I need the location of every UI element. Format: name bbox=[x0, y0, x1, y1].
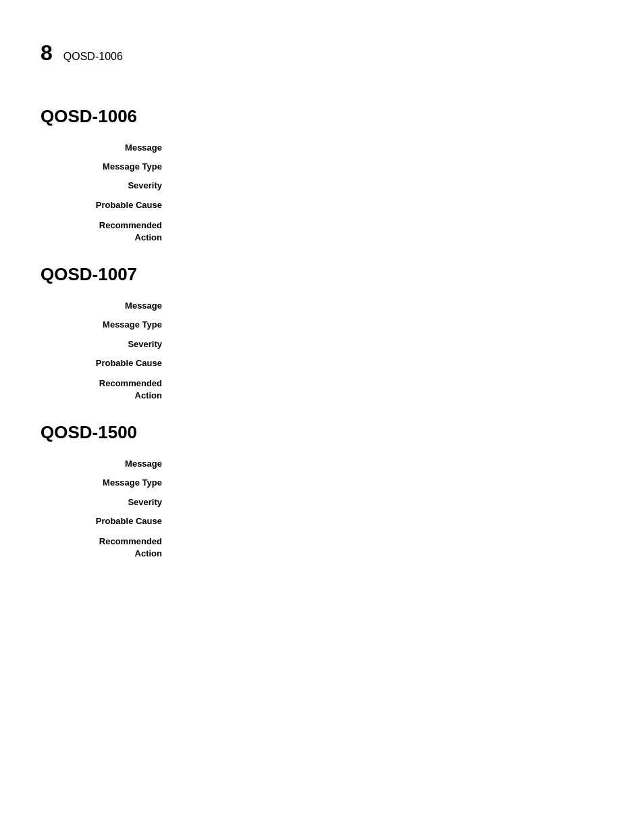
label-message-type-1006: Message Type bbox=[41, 159, 176, 173]
label-recommended-action-1006: Recommended Action bbox=[41, 218, 176, 244]
value-message-type-1007 bbox=[176, 317, 603, 331]
label-probable-cause-1007: Probable Cause bbox=[41, 356, 176, 369]
page-number: 8 bbox=[41, 41, 53, 66]
value-severity-1007 bbox=[176, 337, 603, 350]
field-row-severity-1500: Severity bbox=[41, 495, 603, 509]
field-row-message-1006: Message bbox=[41, 140, 603, 154]
field-row-recommended-action-1007: Recommended Action bbox=[41, 376, 603, 402]
label-message-type-1007: Message Type bbox=[41, 317, 176, 331]
field-row-message-type-1500: Message Type bbox=[41, 475, 603, 489]
entry-title-qosd-1006: QOSD-1006 bbox=[41, 106, 603, 127]
field-row-severity-1007: Severity bbox=[41, 337, 603, 350]
field-row-recommended-action-1006: Recommended Action bbox=[41, 218, 603, 244]
value-message-1006 bbox=[176, 140, 603, 154]
entry-qosd-1500: QOSD-1500 Message Message Type Severity … bbox=[41, 422, 603, 560]
label-probable-cause-1006: Probable Cause bbox=[41, 198, 176, 211]
field-row-severity-1006: Severity bbox=[41, 178, 603, 192]
field-row-probable-cause-1007: Probable Cause bbox=[41, 356, 603, 369]
main-content: QOSD-1006 Message Message Type Severity … bbox=[0, 86, 644, 594]
value-severity-1006 bbox=[176, 178, 603, 192]
value-probable-cause-1500 bbox=[176, 514, 603, 527]
value-severity-1500 bbox=[176, 495, 603, 509]
page-header: 8 QOSD-1006 bbox=[0, 27, 644, 86]
label-recommended-action-1500: Recommended Action bbox=[41, 534, 176, 560]
label-severity-1007: Severity bbox=[41, 337, 176, 350]
value-message-1007 bbox=[176, 298, 603, 312]
field-row-probable-cause-1006: Probable Cause bbox=[41, 198, 603, 211]
value-message-1500 bbox=[176, 457, 603, 470]
entry-qosd-1006: QOSD-1006 Message Message Type Severity … bbox=[41, 106, 603, 244]
label-message-type-1500: Message Type bbox=[41, 475, 176, 489]
label-severity-1006: Severity bbox=[41, 178, 176, 192]
entry-qosd-1007: QOSD-1007 Message Message Type Severity … bbox=[41, 264, 603, 402]
label-recommended-action-1007: Recommended Action bbox=[41, 376, 176, 402]
field-row-message-type-1007: Message Type bbox=[41, 317, 603, 331]
field-row-probable-cause-1500: Probable Cause bbox=[41, 514, 603, 527]
entry-title-qosd-1007: QOSD-1007 bbox=[41, 264, 603, 285]
field-row-message-1500: Message bbox=[41, 457, 603, 470]
label-severity-1500: Severity bbox=[41, 495, 176, 509]
label-message-1500: Message bbox=[41, 457, 176, 470]
value-message-type-1006 bbox=[176, 159, 603, 173]
entry-title-qosd-1500: QOSD-1500 bbox=[41, 422, 603, 443]
field-row-message-1007: Message bbox=[41, 298, 603, 312]
value-probable-cause-1007 bbox=[176, 356, 603, 369]
field-row-recommended-action-1500: Recommended Action bbox=[41, 534, 603, 560]
field-row-message-type-1006: Message Type bbox=[41, 159, 603, 173]
value-recommended-action-1007 bbox=[176, 376, 603, 402]
label-probable-cause-1500: Probable Cause bbox=[41, 514, 176, 527]
value-probable-cause-1006 bbox=[176, 198, 603, 211]
value-message-type-1500 bbox=[176, 475, 603, 489]
label-message-1007: Message bbox=[41, 298, 176, 312]
page-title: QOSD-1006 bbox=[63, 51, 123, 63]
value-recommended-action-1500 bbox=[176, 534, 603, 560]
label-message-1006: Message bbox=[41, 140, 176, 154]
value-recommended-action-1006 bbox=[176, 218, 603, 244]
